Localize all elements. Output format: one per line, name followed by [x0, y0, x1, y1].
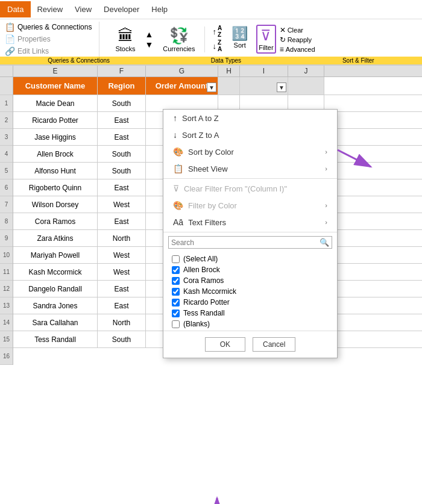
sort-a-to-z-option[interactable]: ↑ Sort A to Z: [163, 110, 337, 126]
check-tess-randall-input[interactable]: [172, 310, 180, 317]
check-ricardo-potter-input[interactable]: [172, 299, 180, 306]
cell-name-14[interactable]: Sara Callahan: [13, 314, 98, 331]
cell-region-6[interactable]: East: [98, 179, 146, 196]
cell-name-1[interactable]: Macie Dean: [13, 95, 98, 111]
cell-name-8[interactable]: Cora Ramos: [13, 213, 98, 229]
cell-name-15[interactable]: Tess Randall: [13, 331, 98, 347]
text-filters-option[interactable]: Aā Text Filters ›: [163, 214, 337, 231]
chevron-right-icon-4: ›: [325, 219, 327, 226]
row-num-11: 11: [0, 264, 13, 281]
filter-by-color-option[interactable]: 🎨 Filter by Color ›: [163, 197, 337, 214]
filter-dropdown-btn-i[interactable]: ▼: [277, 82, 286, 92]
menu-developer[interactable]: Developer: [98, 2, 145, 16]
sort-az-icon: ↑: [173, 113, 177, 123]
cell-name-10[interactable]: Mariyah Powell: [13, 247, 98, 263]
cell-name-4[interactable]: Allen Brock: [13, 146, 98, 162]
data-types-label: Data Types: [166, 57, 286, 64]
check-select-all-input[interactable]: [172, 255, 180, 263]
cell-name-9[interactable]: Zara Atkins: [13, 230, 98, 246]
sort-by-color-text: Sort by Color: [188, 148, 234, 157]
menu-view[interactable]: View: [69, 2, 98, 16]
clear-btn[interactable]: ✕ Clear: [280, 26, 315, 34]
cell-name-2[interactable]: Ricardo Potter: [13, 112, 98, 128]
row-num-15: 15: [0, 331, 13, 348]
cell-region-9[interactable]: North: [98, 230, 146, 246]
search-icon: 🔍: [320, 238, 329, 247]
cell-region-3[interactable]: East: [98, 129, 146, 145]
currencies-btn[interactable]: 💱 Currencies: [163, 26, 195, 52]
ok-button[interactable]: OK: [205, 337, 245, 352]
col-header-g[interactable]: G: [146, 66, 218, 76]
cell-region-5[interactable]: South: [98, 163, 146, 179]
col-header-j[interactable]: J: [288, 66, 324, 76]
reapply-btn[interactable]: ↻ Reapply: [280, 36, 315, 44]
check-select-all[interactable]: (Select All): [168, 254, 332, 264]
queries-connections-btn[interactable]: 📋 Queries & Connections: [4, 22, 93, 33]
check-blanks[interactable]: (Blanks): [168, 319, 332, 329]
menu-data[interactable]: Data: [0, 1, 31, 17]
check-kash-mccormick-input[interactable]: [172, 288, 180, 296]
cell-name-5[interactable]: Alfonso Hunt: [13, 163, 98, 179]
col-header-f[interactable]: F: [98, 66, 146, 76]
header-order-amount: Order Amount ▼: [146, 77, 218, 95]
search-box[interactable]: 🔍: [168, 236, 332, 249]
clear-filter-option[interactable]: ⊽ Clear Filter From "(Column I)": [163, 180, 337, 197]
text-filters-text: Text Filters: [188, 218, 226, 227]
cell-region-13[interactable]: East: [98, 297, 146, 314]
filter-dropdown-btn-g[interactable]: ▼: [207, 82, 216, 92]
check-ricardo-potter[interactable]: Ricardo Potter: [168, 297, 332, 308]
check-select-all-label: (Select All): [183, 255, 218, 263]
search-input[interactable]: [171, 238, 320, 247]
cancel-button[interactable]: Cancel: [253, 337, 295, 352]
sort-z-to-a-option[interactable]: ↓ Sort Z to A: [163, 126, 337, 143]
advanced-btn[interactable]: ≡ Advanced: [280, 45, 315, 54]
cell-region-10[interactable]: West: [98, 247, 146, 263]
cell-name-3[interactable]: Jase Higgins: [13, 129, 98, 145]
row-num-10: 10: [0, 247, 13, 264]
sort-az-btn[interactable]: ↑AZ: [212, 25, 222, 38]
cell-name-12[interactable]: Dangelo Randall: [13, 281, 98, 297]
stocks-btn[interactable]: 🏛 Stocks: [115, 26, 135, 52]
header-row: Customer Name Region Order Amount ▼ ▼: [13, 77, 422, 95]
chevron-right-icon-2: ›: [325, 165, 327, 172]
sheet-view-icon: 📋: [173, 164, 183, 173]
cell-name-7[interactable]: Wilson Dorsey: [13, 196, 98, 213]
cell-name-6[interactable]: Rigoberto Quinn: [13, 179, 98, 196]
chevron-right-icon: ›: [325, 148, 327, 155]
check-tess-randall[interactable]: Tess Randall: [168, 308, 332, 319]
row-num-header: [0, 77, 13, 95]
sort-btn[interactable]: 🔢 Sort: [227, 25, 253, 50]
header-j: [288, 77, 324, 95]
menu-review[interactable]: Review: [31, 2, 69, 16]
cell-name-13[interactable]: Sandra Jones: [13, 297, 98, 314]
check-blanks-input[interactable]: [172, 320, 180, 328]
properties-btn[interactable]: 📄 Properties: [4, 34, 93, 45]
check-allen-brock-input[interactable]: [172, 266, 180, 274]
col-header-i[interactable]: I: [240, 66, 288, 76]
menu-help[interactable]: Help: [145, 2, 174, 16]
cell-region-11[interactable]: West: [98, 264, 146, 280]
check-cora-ramos[interactable]: Cora Ramos: [168, 275, 332, 286]
cell-region-12[interactable]: East: [98, 281, 146, 297]
cell-name-11[interactable]: Kash Mccormick: [13, 264, 98, 280]
check-kash-mccormick[interactable]: Kash Mccormick: [168, 286, 332, 297]
check-tess-randall-label: Tess Randall: [183, 309, 225, 317]
sort-za-btn[interactable]: ↓ZA: [212, 39, 222, 52]
cell-region-4[interactable]: South: [98, 146, 146, 162]
col-header-h[interactable]: H: [218, 66, 240, 76]
col-header-e[interactable]: E: [13, 66, 98, 76]
filter-btn[interactable]: ⊽ Filter: [256, 25, 276, 54]
sheet-view-option[interactable]: 📋 Sheet View ›: [163, 160, 337, 177]
edit-links-btn[interactable]: 🔗 Edit Links: [4, 46, 93, 57]
sort-by-color-option[interactable]: 🎨 Sort by Color ›: [163, 143, 337, 160]
cell-region-8[interactable]: East: [98, 213, 146, 229]
cell-region-2[interactable]: East: [98, 112, 146, 128]
cell-region-15[interactable]: South: [98, 331, 146, 347]
cell-region-1[interactable]: South: [98, 95, 146, 111]
cell-region-14[interactable]: North: [98, 314, 146, 331]
row-num-9: 9: [0, 230, 13, 247]
check-cora-ramos-label: Cora Ramos: [183, 276, 224, 285]
check-allen-brock[interactable]: Allen Brock: [168, 264, 332, 275]
check-cora-ramos-input[interactable]: [172, 277, 180, 285]
cell-region-7[interactable]: West: [98, 196, 146, 213]
